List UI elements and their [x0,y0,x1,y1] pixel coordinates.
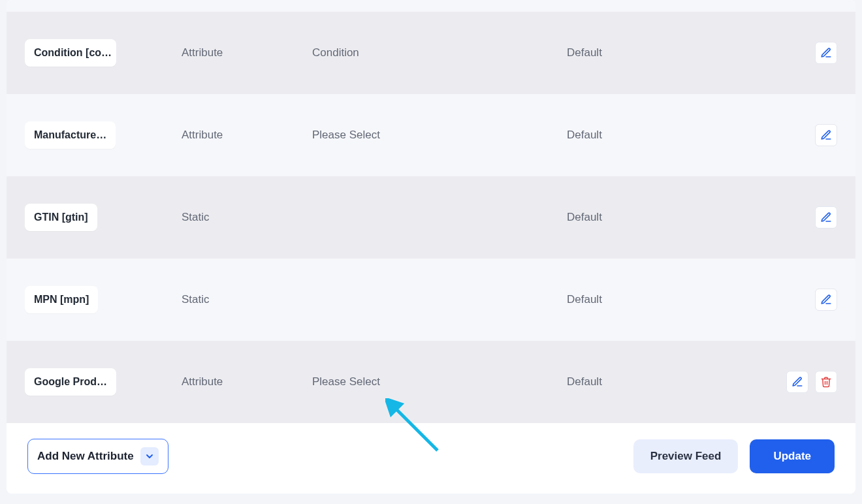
edit-button[interactable] [815,124,837,146]
attribute-type: Attribute [182,375,312,388]
row-actions [750,371,837,393]
attribute-scope: Default [567,375,750,388]
attribute-value: Condition [312,46,567,59]
attribute-row: Google Prod… Attribute Please Select Def… [7,341,855,423]
attribute-type: Attribute [182,46,312,59]
add-new-attribute-button[interactable]: Add New Attribute [27,439,168,474]
pencil-icon [820,47,832,59]
edit-button[interactable] [786,371,808,393]
edit-button[interactable] [815,206,837,228]
attribute-name-cell: Google Prod… [25,368,182,396]
feed-attributes-panel: Condition [co… Attribute Condition Defau… [7,0,855,494]
attribute-scope: Default [567,46,750,59]
attribute-name-chip: MPN [mpn] [25,286,98,313]
attribute-name-cell: Condition [co… [25,39,182,67]
row-actions [750,42,837,64]
attribute-type: Static [182,293,312,306]
attribute-row: Manufacture… Attribute Please Select Def… [7,94,855,176]
trash-icon [820,376,832,388]
chevron-down-icon [140,447,159,465]
preview-feed-button[interactable]: Preview Feed [633,439,739,473]
attribute-name-chip: GTIN [gtin] [25,204,97,231]
attribute-name-chip: Manufacture… [25,121,116,149]
edit-button[interactable] [815,289,837,311]
footer-right-actions: Preview Feed Update [633,439,835,473]
row-actions [750,206,837,228]
attribute-value: Please Select [312,129,567,142]
attribute-type: Attribute [182,129,312,142]
pencil-icon [791,376,803,388]
pencil-icon [820,129,832,141]
update-button[interactable]: Update [750,439,835,473]
attribute-type: Static [182,211,312,224]
attribute-name-cell: Manufacture… [25,121,182,149]
attribute-row: GTIN [gtin] Static Default [7,176,855,259]
attribute-scope: Default [567,129,750,142]
panel-footer: Add New Attribute Preview Feed Update [7,423,855,494]
attribute-scope: Default [567,293,750,306]
attribute-row: Condition [co… Attribute Condition Defau… [7,12,855,94]
attribute-scope: Default [567,211,750,224]
row-actions [750,289,837,311]
add-new-attribute-label: Add New Attribute [37,450,134,463]
delete-button[interactable] [815,371,837,393]
pencil-icon [820,294,832,306]
attribute-name-chip: Google Prod… [25,368,116,396]
pencil-icon [820,212,832,223]
edit-button[interactable] [815,42,837,64]
attribute-name-chip: Condition [co… [25,39,116,67]
attribute-rows: Condition [co… Attribute Condition Defau… [7,12,855,423]
attribute-name-cell: GTIN [gtin] [25,204,182,231]
panel-top-strip [7,0,855,12]
attribute-value: Please Select [312,375,567,388]
row-actions [750,124,837,146]
attribute-name-cell: MPN [mpn] [25,286,182,313]
attribute-row: MPN [mpn] Static Default [7,259,855,341]
